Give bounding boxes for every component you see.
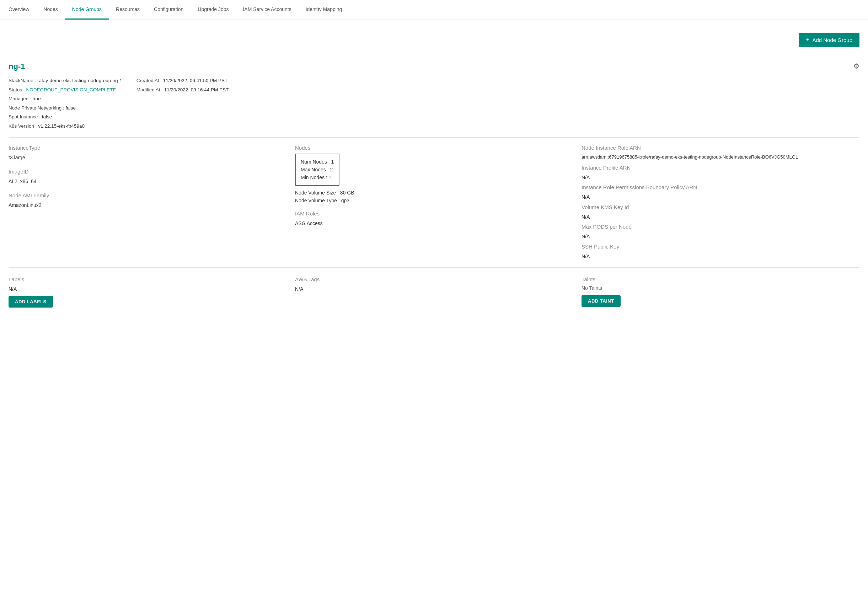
iam-roles-section-title: IAM Roles [295, 211, 573, 217]
iam-roles-value: ASG Access [295, 219, 573, 227]
main-content: + Add Node Group ng-1 ⚙ StackName : rafa… [0, 20, 868, 315]
node-volume-type-label: Node Volume Type : [295, 198, 340, 203]
node-volume-type-row: Node Volume Type : gp3 [295, 197, 573, 205]
managed-value: true [33, 96, 41, 101]
node-ami-family-value: AmazonLinux2 [9, 201, 287, 209]
num-nodes-value: 1 [331, 159, 334, 164]
stack-name-row: StackName : rafay-demo-eks-testing-nodeg… [9, 77, 122, 85]
modified-at-value: 11/20/2022, 09:16:44 PM PST [164, 87, 229, 92]
created-at-label: Created At : [136, 78, 162, 83]
nodes-section-title: Nodes [295, 145, 573, 151]
managed-label: Managed : [9, 96, 31, 101]
add-node-group-button[interactable]: + Add Node Group [799, 33, 859, 47]
min-nodes-row: Min Nodes : 1 [301, 174, 334, 181]
bottom-grid: Labels N/A ADD LABELS AWS Tags N/A Taint… [9, 276, 859, 307]
labels-section: Labels N/A ADD LABELS [9, 276, 287, 307]
instance-profile-arn-title: Instance Profile ARN [581, 164, 859, 171]
max-pods-title: Max PODS per Node [581, 223, 859, 230]
action-bar: + Add Node Group [9, 27, 859, 53]
no-taints-text: No Taints [581, 285, 859, 291]
tab-overview[interactable]: Overview [9, 0, 36, 20]
node-volume-size-value: 80 GB [340, 190, 354, 195]
min-nodes-label: Min Nodes : [301, 175, 327, 180]
num-nodes-row: Num Nodes : 1 [301, 158, 334, 166]
modified-at-row: Modified At : 11/20/2022, 09:16:44 PM PS… [136, 86, 229, 94]
created-at-row: Created At : 11/20/2022, 06:41:50 PM PST [136, 77, 229, 85]
tab-resources[interactable]: Resources [109, 0, 147, 20]
details-col-1: InstanceType t3.large ImageID AL2_x86_64… [9, 145, 287, 260]
tab-identity-mapping[interactable]: Identity Mapping [299, 0, 349, 20]
k8s-version-row: K8s Version : v1.22.15-eks-fb459a0 [9, 122, 122, 130]
aws-tags-section-title: AWS Tags [295, 276, 573, 282]
node-group-card: ng-1 ⚙ StackName : rafay-demo-eks-testin… [9, 62, 859, 307]
taints-section-title: Taints [581, 276, 859, 282]
top-navigation: Overview Nodes Node Groups Resources Con… [0, 0, 868, 20]
status-label: Status : [9, 87, 25, 92]
node-group-header: ng-1 ⚙ [9, 62, 859, 71]
instance-type-section-title: InstanceType [9, 145, 287, 151]
instance-role-permissions-value: N/A [581, 193, 859, 201]
created-at-value: 11/20/2022, 06:41:50 PM PST [163, 78, 228, 83]
aws-tags-section: AWS Tags N/A [295, 276, 573, 307]
node-private-networking-row: Node Private Networking : false [9, 104, 122, 112]
max-nodes-label: Max Nodes : [301, 167, 329, 172]
taints-section: Taints No Taints ADD TAINT [581, 276, 859, 307]
details-col-2: Nodes Num Nodes : 1 Max Nodes : 2 Min No… [295, 145, 573, 260]
node-volume-size-row: Node Volume Size : 80 GB [295, 189, 573, 197]
volume-kms-key-value: N/A [581, 213, 859, 221]
tab-node-groups[interactable]: Node Groups [65, 0, 109, 20]
node-volume-size-label: Node Volume Size : [295, 190, 339, 195]
add-taint-button[interactable]: ADD TAINT [581, 295, 621, 307]
gear-icon[interactable]: ⚙ [853, 62, 859, 70]
image-id-value: AL2_x86_64 [9, 177, 287, 185]
details-grid: InstanceType t3.large ImageID AL2_x86_64… [9, 145, 859, 268]
node-volume-type-value: gp3 [341, 198, 349, 203]
aws-tags-value: N/A [295, 285, 573, 293]
tab-iam-service-accounts[interactable]: IAM Service Accounts [236, 0, 298, 20]
add-labels-button[interactable]: ADD LABELS [9, 296, 53, 307]
managed-row: Managed : true [9, 95, 122, 103]
spot-instance-label: Spot Instance : [9, 114, 40, 119]
min-nodes-value: 1 [329, 175, 332, 180]
max-pods-value: N/A [581, 233, 859, 240]
info-col-left: StackName : rafay-demo-eks-testing-nodeg… [9, 77, 122, 130]
modified-at-label: Modified At : [136, 87, 163, 92]
stack-name-val: rafay-demo-eks-testing-nodegroup-ng-1 [37, 78, 122, 83]
volume-kms-key-title: Volume KMS Key Id [581, 204, 859, 210]
info-section: StackName : rafay-demo-eks-testing-nodeg… [9, 77, 859, 138]
node-private-networking-value: false [66, 105, 76, 110]
node-private-networking-label: Node Private Networking : [9, 105, 64, 110]
image-id-section-title: ImageID [9, 169, 287, 175]
k8s-version-value: v1.22.15-eks-fb459a0 [38, 123, 85, 129]
node-instance-role-arn-value: arn:aws:iam::679196758854:role/rafay-dem… [581, 154, 859, 161]
node-ami-family-section-title: Node AMI Family [9, 192, 287, 199]
plus-icon: + [806, 36, 810, 44]
info-col-right: Created At : 11/20/2022, 06:41:50 PM PST… [136, 77, 229, 130]
status-val: NODEGROUP_PROVISION_COMPLETE [26, 87, 116, 92]
tab-upgrade-jobs[interactable]: Upgrade Jobs [191, 0, 236, 20]
status-row: Status : NODEGROUP_PROVISION_COMPLETE [9, 86, 122, 94]
spot-instance-row: Spot Instance : false [9, 113, 122, 121]
stack-name-label: StackName : [9, 78, 36, 83]
ssh-public-key-title: SSH Public Key [581, 244, 859, 250]
spot-instance-value: false [42, 114, 52, 119]
labels-section-title: Labels [9, 276, 287, 282]
k8s-version-label: K8s Version : [9, 123, 37, 129]
tab-nodes[interactable]: Nodes [36, 0, 65, 20]
nodes-box: Num Nodes : 1 Max Nodes : 2 Min Nodes : … [295, 154, 339, 186]
node-group-title: ng-1 [9, 62, 25, 71]
instance-profile-arn-value: N/A [581, 174, 859, 181]
max-nodes-row: Max Nodes : 2 [301, 166, 334, 174]
labels-value: N/A [9, 285, 287, 293]
instance-type-value: t3.large [9, 154, 287, 161]
node-instance-role-arn-title: Node Instance Role ARN [581, 145, 859, 151]
instance-role-permissions-title: Instance Role Permissions Boundary Polic… [581, 184, 859, 190]
details-col-3: Node Instance Role ARN arn:aws:iam::6791… [581, 145, 859, 260]
add-node-group-label: Add Node Group [812, 37, 852, 43]
num-nodes-label: Num Nodes : [301, 159, 330, 164]
max-nodes-value: 2 [330, 167, 333, 172]
ssh-public-key-value: N/A [581, 253, 859, 260]
tab-configuration[interactable]: Configuration [147, 0, 191, 20]
